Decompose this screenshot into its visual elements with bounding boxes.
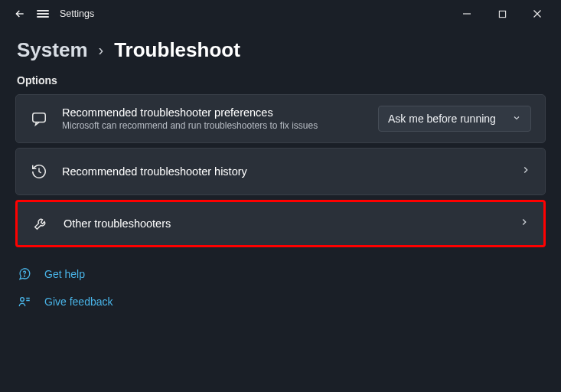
close-button[interactable] [520, 2, 555, 26]
breadcrumb-current: Troubleshoot [114, 38, 240, 62]
preferences-subtitle: Microsoft can recommend and run troubles… [62, 120, 378, 131]
svg-rect-4 [33, 113, 46, 122]
history-card[interactable]: Recommended troubleshooter history [15, 148, 546, 195]
breadcrumb-root[interactable]: System [17, 38, 88, 62]
wrench-icon [31, 214, 50, 233]
chevron-down-icon [512, 113, 521, 125]
give-feedback-label: Give feedback [44, 296, 113, 308]
give-feedback-link[interactable]: Give feedback [17, 295, 544, 309]
history-icon [30, 162, 48, 181]
section-label: Options [0, 68, 561, 94]
help-icon [17, 267, 32, 281]
breadcrumb: System › Troubleshoot [0, 28, 561, 68]
preferences-dropdown[interactable]: Ask me before running [378, 106, 531, 132]
maximize-button[interactable] [484, 2, 520, 26]
menu-button[interactable] [37, 8, 49, 19]
app-title: Settings [60, 8, 94, 19]
chevron-right-icon [520, 165, 531, 178]
window-controls [449, 2, 555, 26]
dropdown-value: Ask me before running [388, 113, 496, 125]
preferences-card: Recommended troubleshooter preferences M… [15, 94, 546, 143]
other-title: Other troubleshooters [64, 217, 519, 230]
get-help-label: Get help [44, 268, 85, 280]
minimize-button[interactable] [449, 2, 484, 26]
history-title: Recommended troubleshooter history [62, 165, 520, 178]
svg-rect-1 [499, 11, 505, 17]
other-troubleshooters-card[interactable]: Other troubleshooters [15, 200, 546, 247]
get-help-link[interactable]: Get help [17, 267, 544, 281]
svg-point-5 [24, 276, 25, 276]
back-button[interactable] [14, 8, 26, 20]
breadcrumb-separator-icon: › [99, 41, 104, 59]
feedback-icon [17, 295, 32, 309]
chevron-right-icon [519, 217, 530, 230]
chat-icon [30, 109, 48, 128]
svg-point-6 [21, 298, 24, 302]
preferences-title: Recommended troubleshooter preferences [62, 106, 378, 119]
titlebar: Settings [0, 0, 561, 28]
